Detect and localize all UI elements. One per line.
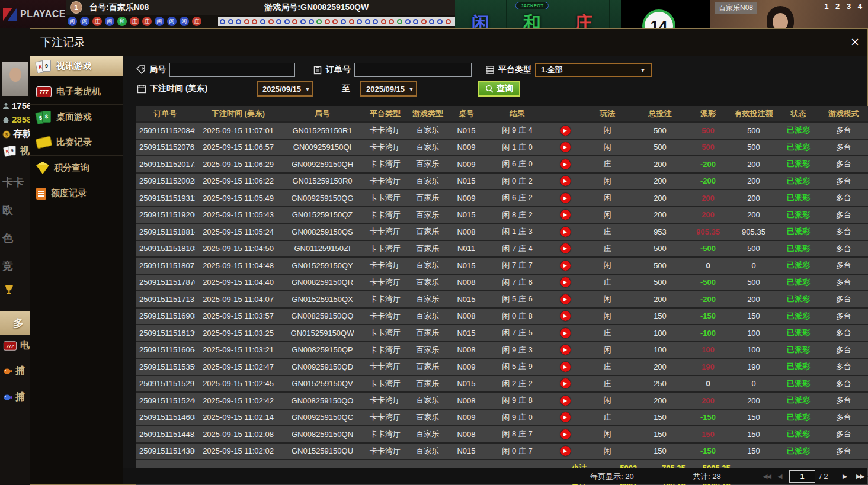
replay-cell: ▶	[550, 309, 580, 325]
sidebar-item-6[interactable]: 额度记录	[30, 183, 123, 204]
total-bet-cell: 200	[635, 207, 686, 223]
replay-play-icon[interactable]: ▶	[560, 243, 571, 253]
lobby-item-捕[interactable]: 捕	[0, 365, 30, 377]
game-type-cell: 百家乐	[407, 376, 449, 392]
table-number-label: 台号:百家乐N08	[89, 2, 149, 13]
table-no-cell: N008	[449, 393, 484, 409]
sidebar-item-1[interactable]: K9视讯游戏	[30, 56, 123, 76]
replay-play-icon[interactable]: ▶	[560, 277, 571, 287]
replay-cell: ▶	[550, 426, 580, 442]
result-cell: 闲 9 庄 4	[484, 123, 550, 139]
sidebar-item-3[interactable]: $$桌面游戏	[30, 107, 123, 127]
video-corner-numbers: 1 2 3 4	[824, 2, 864, 11]
replay-play-icon[interactable]: ▶	[560, 362, 571, 372]
platform-select[interactable]: 1.全部 ▼	[535, 63, 652, 77]
payout-cell: 905.35	[686, 224, 731, 240]
total-bet-cell: 500	[635, 258, 686, 274]
order-no-cell: 250915115146087	[136, 410, 195, 426]
sidebar-item-2[interactable]: 777电子老虎机	[30, 81, 123, 102]
order-no-cell: 250915115188148	[136, 224, 195, 240]
quota-doc-icon	[36, 188, 46, 200]
lobby-item-label: 捕	[15, 391, 25, 403]
lobby-item-色[interactable]: 色	[0, 231, 30, 245]
game-mode-cell: 多台	[820, 224, 867, 240]
lobby-item-label: 视	[20, 145, 30, 158]
bet-time-cell: 2025-09-15 11:03:57	[195, 309, 281, 325]
play-type-cell: 闲	[580, 190, 635, 206]
replay-play-icon[interactable]: ▶	[560, 193, 571, 203]
table-no-cell: N009	[449, 190, 484, 206]
replay-play-icon[interactable]: ▶	[560, 159, 571, 169]
sidebar-item-4[interactable]: 比赛记录	[30, 132, 123, 153]
total-bet-cell: 500	[635, 241, 686, 257]
road-ring	[325, 19, 330, 24]
lobby-item-trophy-icon[interactable]	[0, 283, 30, 296]
platform-icon	[485, 65, 495, 75]
playace-logo-text: PLAYACE	[20, 9, 66, 20]
result-cell: 闲 9 庄 3	[484, 342, 550, 358]
lobby-item-视[interactable]: K9视	[0, 144, 30, 158]
round-no-cell: GN015259150QW	[281, 325, 363, 341]
lobby-item-欧[interactable]: 欧	[0, 203, 30, 217]
table-row: 2509151151931212025-09-15 11:05:49GN0092…	[136, 189, 868, 206]
replay-play-icon[interactable]: ▶	[560, 227, 571, 237]
replay-play-icon[interactable]: ▶	[560, 126, 571, 136]
replay-play-icon[interactable]: ▶	[560, 429, 571, 439]
order-no-cell: 250915115169085	[136, 309, 195, 325]
replay-play-icon[interactable]: ▶	[560, 142, 571, 152]
platform-cell: 卡卡湾厅	[363, 393, 407, 409]
calendar-icon	[137, 84, 146, 94]
platform-cell: 卡卡湾厅	[363, 426, 407, 442]
replay-play-icon[interactable]: ▶	[560, 446, 571, 456]
lobby-item-电[interactable]: 777电	[0, 339, 30, 352]
replay-cell: ▶	[550, 174, 580, 189]
lobby-item-存款[interactable]: $存款	[0, 128, 30, 140]
order-no-cell: 250915115200285	[136, 174, 195, 189]
next-page-icon[interactable]: ▶	[843, 468, 846, 484]
lobby-item-多[interactable]: 多	[0, 311, 30, 335]
lobby-item-捕[interactable]: 捕	[0, 391, 30, 403]
query-button[interactable]: 查询	[478, 81, 520, 97]
prev-page-icon[interactable]: ◀	[777, 468, 781, 484]
game-type-cell: 百家乐	[407, 156, 449, 172]
replay-play-icon[interactable]: ▶	[560, 396, 571, 406]
replay-play-icon[interactable]: ▶	[560, 412, 571, 422]
lobby-item-竞[interactable]: 竞	[0, 259, 30, 273]
replay-play-icon[interactable]: ▶	[560, 176, 571, 186]
replay-cell: ▶	[550, 258, 580, 274]
platform-cell: 卡卡湾厅	[363, 410, 407, 426]
date-to-select[interactable]: 2025/09/15 ▼	[360, 81, 417, 97]
page-input[interactable]: 1	[789, 470, 815, 483]
lobby-item-卡卡[interactable]: 卡卡	[0, 175, 30, 189]
modal-sidebar: K9视讯游戏777电子老虎机$$桌面游戏比赛记录积分查询额度记录	[30, 56, 123, 484]
road-ring	[365, 19, 370, 24]
round-filter: 局号	[136, 62, 295, 78]
close-icon[interactable]: ×	[847, 34, 863, 50]
first-page-icon[interactable]: ◀◀	[763, 468, 770, 484]
game-type-cell: 百家乐	[407, 207, 449, 223]
fish-orange-icon	[2, 367, 13, 375]
round-no-cell: GN008259150QN	[281, 426, 363, 442]
replay-play-icon[interactable]: ▶	[560, 294, 571, 304]
play-type-cell: 庄	[580, 275, 635, 291]
play-type-cell: 闲	[580, 444, 635, 460]
live-video-feed: 百家乐N08 1 2 3 4	[710, 0, 868, 28]
last-page-icon[interactable]: ▶▶	[856, 468, 864, 484]
replay-play-icon[interactable]: ▶	[560, 378, 571, 388]
order-no-cell: 250915115207618	[136, 140, 195, 156]
bead-marker: 庄	[142, 17, 152, 26]
round-input[interactable]	[169, 63, 295, 77]
replay-play-icon[interactable]: ▶	[560, 328, 571, 338]
sidebar-item-5[interactable]: 积分查询	[30, 158, 123, 178]
replay-play-icon[interactable]: ▶	[560, 345, 571, 355]
bet-area-2: JACKPOT和	[507, 0, 558, 28]
big-road-strip	[218, 17, 457, 26]
road-ring	[268, 19, 274, 24]
replay-play-icon[interactable]: ▶	[560, 261, 571, 271]
date-from-select[interactable]: 2025/09/15 ▼	[257, 81, 313, 97]
order-input[interactable]	[354, 63, 472, 77]
replay-play-icon[interactable]: ▶	[560, 311, 571, 321]
replay-play-icon[interactable]: ▶	[560, 210, 571, 220]
round-no-cell: GN009259150QI	[281, 140, 363, 156]
game-mode-cell: 多台	[820, 325, 867, 341]
